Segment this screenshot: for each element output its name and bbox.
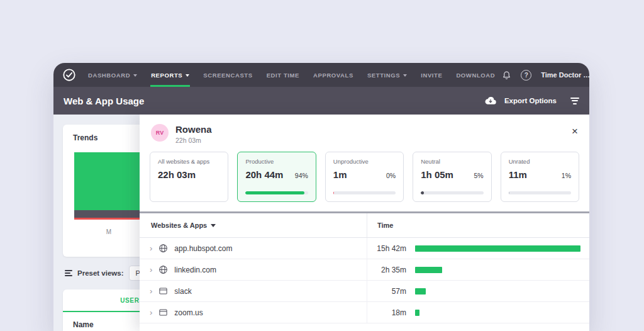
avatar: RV [151,124,169,142]
stat-percent: 0% [386,172,396,179]
stat-label: Unrated [509,158,571,165]
time-value: 57m [367,287,406,296]
nav-item-label: EDIT TIME [267,72,299,79]
app-window-icon [158,308,168,317]
stat-percent: 1% [562,172,571,179]
nav-item-screencasts[interactable]: SCREENCASTS [196,63,259,87]
stat-value: 22h 03m [158,169,196,180]
nav-item-label: APPROVALS [313,72,353,79]
stat-label: Unproductive [333,158,396,165]
time-bar-track [415,310,580,316]
nav-item-label: REPORTS [151,72,182,79]
time-value: 2h 35m [367,266,406,274]
nav-item-reports[interactable]: REPORTS [144,63,196,87]
website-name: zoom.us [174,308,203,317]
help-icon[interactable] [521,70,531,81]
notifications-bell-icon[interactable] [502,70,511,80]
company-name[interactable]: Time Doctor … [541,71,589,79]
timedoctor-logo-icon[interactable] [62,68,76,82]
stat-card-unproductive[interactable]: Unproductive 1m 0% [325,152,404,202]
table-row[interactable]: app.hubspot.com 15h 42m [140,238,589,259]
nav-right-cluster: Time Doctor … AS [502,68,589,82]
main-menu: DASHBOARD REPORTS SCREENCASTS EDIT TIME … [81,63,502,87]
stat-label: Neutral [421,158,483,165]
stat-progress-bar [245,191,308,194]
nav-item-edit-time[interactable]: EDIT TIME [260,63,306,87]
time-value: 15h 42m [367,244,406,253]
header-actions: Export Options [484,96,579,105]
page-header: Web & App Usage Export Options [53,87,589,115]
usage-table-header: Websites & Apps Time [140,213,589,238]
user-name: Rowena [175,124,212,135]
chart-axis-label: M [74,228,143,235]
export-options-button[interactable]: Export Options [504,97,557,104]
nav-item-dashboard[interactable]: DASHBOARD [81,63,144,87]
time-bar-track [415,267,580,273]
user-detail-panel: RV Rowena 22h 03m × All websites & apps … [140,115,589,331]
stat-card-productive[interactable]: Productive 20h 44m 94% [237,152,316,202]
globe-icon [158,244,168,253]
expand-chevron-icon[interactable] [150,266,152,274]
top-nav: DASHBOARD REPORTS SCREENCASTS EDIT TIME … [53,63,589,87]
nav-item-label: INVITE [421,72,442,79]
stat-progress-bar [509,191,571,194]
expand-chevron-icon[interactable] [150,244,152,252]
close-icon[interactable]: × [572,126,578,137]
time-bar-track [415,245,580,252]
expand-chevron-icon[interactable] [150,287,152,295]
globe-icon [158,265,168,274]
stat-percent: 5% [474,172,483,179]
table-row[interactable]: zoom.us 18m [140,302,589,323]
app-window: DASHBOARD REPORTS SCREENCASTS EDIT TIME … [53,63,589,331]
time-bar-track [415,288,580,295]
time-bar [415,288,426,295]
stat-percent: 94% [295,172,308,179]
stat-value: 1h 05m [421,169,453,180]
column-websites-apps[interactable]: Websites & Apps [140,213,367,237]
stat-progress-bar [421,191,483,194]
chevron-down-icon [133,74,137,77]
time-bar [415,310,419,316]
stat-value: 20h 44m [245,169,283,180]
user-detail-header: RV Rowena 22h 03m × [140,115,589,150]
user-total-time: 22h 03m [175,137,212,144]
time-bar [415,245,580,252]
nav-item-download[interactable]: DOWNLOAD [449,63,502,87]
nav-item-label: DOWNLOAD [456,72,495,79]
nav-item-approvals[interactable]: APPROVALS [306,63,360,87]
stat-progress-bar [333,191,396,194]
column-label: Websites & Apps [151,222,207,229]
stat-label: All websites & apps [158,158,220,165]
stat-value: 11m [509,169,527,180]
filter-icon[interactable] [570,98,579,104]
column-time[interactable]: Time [367,222,393,229]
stat-label: Productive [245,158,308,165]
nav-item-settings[interactable]: SETTINGS [360,63,414,87]
stat-card-unrated[interactable]: Unrated 11m 1% [501,152,579,202]
chevron-down-icon [186,74,189,77]
preset-views-icon [65,270,72,276]
nav-item-label: DASHBOARD [88,72,130,79]
chevron-down-icon [403,74,407,77]
table-row[interactable]: slack 57m [140,281,589,302]
nav-item-label: SCREENCASTS [203,72,252,79]
table-row[interactable]: linkedin.com 2h 35m [140,259,589,281]
summary-stats-row: All websites & apps 22h 03m Productive 2… [140,150,589,202]
nav-item-label: SETTINGS [367,72,400,79]
export-cloud-icon[interactable] [484,96,497,105]
sort-caret-icon [211,224,216,227]
time-bar [415,267,442,273]
app-window-icon [158,286,168,296]
stat-card-all-websites[interactable]: All websites & apps 22h 03m [150,152,228,202]
page-title: Web & App Usage [64,96,144,106]
time-value: 18m [367,308,406,317]
nav-item-invite[interactable]: INVITE [414,63,449,87]
stat-card-neutral[interactable]: Neutral 1h 05m 5% [413,152,491,202]
expand-chevron-icon[interactable] [150,308,152,317]
app-name: slack [174,287,191,296]
preset-views-label: Preset views: [77,269,124,277]
stat-value: 1m [333,169,347,180]
content-area: Trends M Preset views: Produ USERS Name … [53,115,589,331]
website-name: linkedin.com [174,266,216,274]
website-name: app.hubspot.com [174,244,232,253]
